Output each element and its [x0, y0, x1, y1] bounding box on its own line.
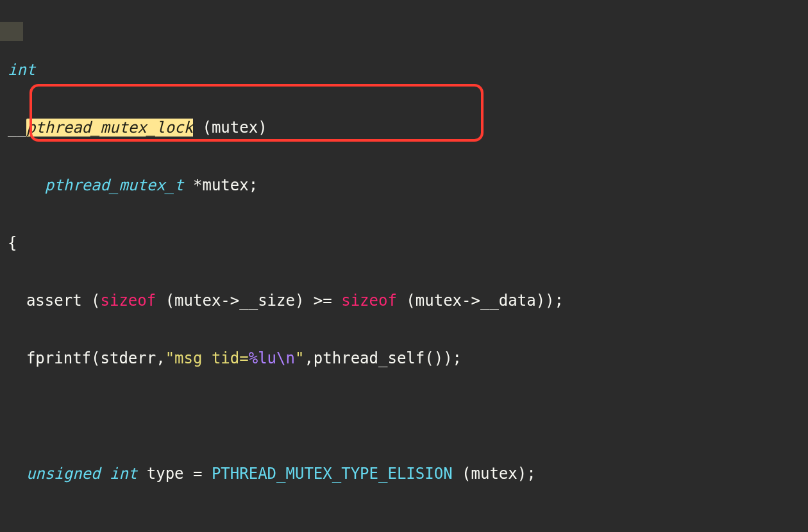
keyword-sizeof: sizeof [101, 292, 156, 310]
code-line[interactable]: fprintf(stderr,"msg tid=%lu\n",pthread_s… [0, 349, 808, 368]
string: "msg tid= [165, 349, 249, 367]
keyword-int: int [110, 465, 137, 483]
macro: PTHREAD_MUTEX_TYPE_ELISION [212, 465, 453, 483]
code-line[interactable]: { [0, 233, 808, 253]
type: pthread_mutex_t [45, 176, 184, 194]
code-line[interactable]: pthread_mutex_t *mutex; [0, 176, 808, 195]
text: (mutex->__size) >= [156, 292, 341, 310]
search-match: pthread_mutex_lock [26, 119, 193, 137]
code-line[interactable] [0, 522, 808, 532]
code-line[interactable]: int [0, 60, 808, 79]
gutter-change-mark [0, 22, 23, 41]
text: ,pthread_self()); [304, 349, 462, 367]
keyword-unsigned: unsigned [26, 465, 101, 483]
text: assert ( [8, 292, 101, 310]
code-line[interactable]: assert (sizeof (mutex->__size) >= sizeof… [0, 291, 808, 310]
brace: { [8, 234, 17, 252]
string: " [295, 349, 304, 367]
text: fprintf(stderr, [8, 349, 165, 367]
keyword-sizeof: sizeof [341, 292, 397, 310]
text: (mutex) [193, 119, 267, 137]
text: (mutex); [453, 465, 536, 483]
code-line[interactable]: __pthread_mutex_lock (mutex) [0, 118, 808, 137]
code-line[interactable] [0, 406, 808, 426]
text: type = [137, 465, 212, 483]
keyword-int: int [8, 61, 35, 79]
text: (mutex->__data)); [397, 292, 564, 310]
escape: %lu\n [249, 349, 295, 367]
code-editor[interactable]: int __pthread_mutex_lock (mutex) pthread… [0, 0, 808, 532]
text: *mutex; [184, 176, 258, 194]
code-line[interactable]: unsigned int type = PTHREAD_MUTEX_TYPE_E… [0, 464, 808, 483]
